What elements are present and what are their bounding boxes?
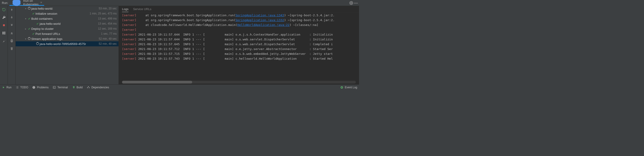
tree-row[interactable]: ✔Initialize session1 min, 25 sec, 473 ms	[16, 11, 118, 16]
svg-rect-9	[53, 86, 56, 88]
tree-node-time: 12 sec, 169 ms	[98, 27, 117, 30]
svg-rect-5	[4, 33, 5, 34]
rerun-icon[interactable]	[2, 7, 6, 12]
status-terminal[interactable]: Terminal	[53, 86, 68, 89]
svg-rect-8	[34, 88, 34, 88]
expand-icon[interactable]	[10, 23, 14, 27]
source-link[interactable]: SpringApplication.java:1343	[236, 13, 284, 17]
log-line: [server] 2021-08-23 19:11:57.712 INFO 1 …	[122, 47, 356, 51]
tree-row[interactable]: ▾✔Build containers13 sec, 499 ms	[16, 16, 118, 21]
tree-node-name: java-hello-world-78f85d9569-4575r	[40, 42, 86, 46]
svg-rect-3	[2, 32, 4, 34]
log-line: [server] 2021-08-23 19:11:57.644 INFO 1 …	[122, 32, 356, 37]
svg-rect-4	[4, 32, 5, 33]
minimize-icon[interactable]: —	[354, 1, 358, 5]
chevron-down-icon[interactable]: ▾	[24, 38, 27, 40]
run-tree: ▾java-hello-world:53 min, 20 sec✔Initial…	[16, 6, 119, 84]
tree-node-time: 1 min, 25 sec, 473 ms	[90, 12, 117, 15]
tree-row[interactable]: ▸✔Deploy to cluster12 sec, 169 ms	[16, 26, 118, 31]
tree-node-name: Stream application logs	[31, 37, 62, 41]
run-config-title: Run on Kubernetes	[23, 0, 38, 6]
source-link[interactable]: HelloWorldApplication.java:22	[237, 23, 290, 27]
console-tabs: Logs Service URLs	[119, 6, 359, 12]
tree-node-name: Initialize session	[36, 12, 57, 15]
status-build[interactable]: Build	[72, 86, 83, 89]
svg-point-11	[341, 87, 342, 88]
tree-node-time: 52 min, 49 sec	[99, 37, 117, 40]
pin-icon[interactable]	[2, 39, 6, 43]
settings-icon[interactable]	[349, 1, 354, 5]
status-event-log[interactable]: Event Log	[340, 86, 357, 89]
run-label: Run:	[2, 1, 8, 4]
tab-service-urls[interactable]: Service URLs	[133, 7, 151, 12]
up-arrow-icon[interactable]	[10, 7, 14, 12]
status-run[interactable]: Run	[2, 86, 12, 89]
svg-rect-7	[34, 86, 34, 88]
tree-node-name: java-hello-world:	[31, 7, 53, 10]
log-line: [server] 2021-08-23 19:11:57.645 INFO 1 …	[122, 42, 356, 47]
check-icon: ✔	[27, 27, 31, 30]
test-actions-gutter	[8, 6, 16, 84]
tree-row[interactable]: ✔java-hello-world13 sec, 454 ms	[16, 21, 118, 26]
horizontal-scrollbar[interactable]	[122, 81, 356, 83]
tree-node-name: java-hello-world	[40, 22, 60, 25]
down-arrow-icon[interactable]	[10, 15, 14, 20]
check-icon: ✔	[27, 17, 31, 20]
chevron-down-icon[interactable]: ▾	[24, 17, 27, 20]
chevron-right-icon[interactable]: ▸	[24, 27, 27, 30]
printer-icon[interactable]	[10, 39, 14, 43]
tree-row[interactable]: java-hello-world-78f85d9569-4575r52 min,…	[16, 41, 118, 46]
tree-row[interactable]: ▾java-hello-world:53 min, 20 sec	[16, 6, 118, 11]
run-config-tab[interactable]: Run on Kubernetes ✕	[10, 0, 44, 6]
tree-node-time: 1 sec, 77 ms	[101, 32, 117, 35]
status-todo[interactable]: TODO	[16, 86, 28, 89]
log-output[interactable]: [server] at org.springframework.boot.Spr…	[119, 12, 359, 81]
svg-point-1	[351, 2, 352, 3]
log-line: [server]	[122, 27, 356, 32]
check-icon: ✔	[36, 22, 40, 25]
log-line: [server] 2021-08-23 19:11:57.644 INFO 1 …	[122, 37, 356, 42]
tree-node-name: Port forward URLs	[36, 32, 60, 36]
check-icon: ✔	[31, 12, 36, 15]
chevron-down-icon[interactable]: ▾	[24, 7, 27, 10]
close-tab-icon[interactable]: ✕	[40, 1, 42, 4]
tree-node-name: Build containers	[31, 17, 53, 20]
svg-rect-2	[3, 24, 5, 26]
spinner-icon	[36, 42, 40, 46]
trash-icon[interactable]	[10, 46, 14, 51]
tree-node-time: 13 sec, 499 ms	[98, 17, 117, 20]
status-problems[interactable]: Problems	[32, 86, 48, 89]
collapse-icon[interactable]	[10, 31, 14, 35]
wrench-icon[interactable]	[2, 15, 6, 20]
tree-row[interactable]: ▾Stream application logs52 min, 49 sec	[16, 36, 118, 41]
tree-node-time: 13 sec, 454 ms	[98, 22, 117, 25]
log-line: [server] at org.springframework.boot.Spr…	[122, 18, 356, 22]
source-link[interactable]: SpringApplication.java:1332	[236, 18, 284, 22]
log-line: [server] 2021-08-23 19:11:57.715 INFO 1 …	[122, 51, 356, 56]
run-actions-gutter	[0, 6, 8, 84]
status-bar: Run TODO Problems Terminal Build Depende…	[0, 84, 359, 90]
check-icon: ✔	[31, 32, 36, 36]
run-tool-window-header: Run: Run on Kubernetes ✕ —	[0, 0, 359, 6]
console-panel: Logs Service URLs [server] at org.spring…	[119, 6, 359, 84]
tree-node-time: 52 min, 49 sec	[99, 42, 117, 45]
log-line: [server] at org.springframework.boot.Spr…	[122, 13, 356, 18]
log-line: [server] at cloudcode.helloworld.HelloWo…	[122, 22, 356, 27]
stop-icon[interactable]	[2, 23, 6, 27]
log-line: [server] 2021-08-23 19:11:57.743 INFO 1 …	[122, 56, 356, 61]
tree-node-time: 53 min, 20 sec	[99, 7, 117, 10]
status-dependencies[interactable]: Dependencies	[87, 86, 109, 89]
tree-row[interactable]: ✔Port forward URLs1 sec, 77 ms	[16, 31, 118, 36]
layout-icon[interactable]	[2, 31, 6, 35]
tree-node-name: Deploy to cluster	[31, 27, 54, 30]
spinner-icon	[27, 7, 31, 10]
tab-logs[interactable]: Logs	[122, 7, 128, 12]
spinner-icon	[27, 37, 31, 41]
